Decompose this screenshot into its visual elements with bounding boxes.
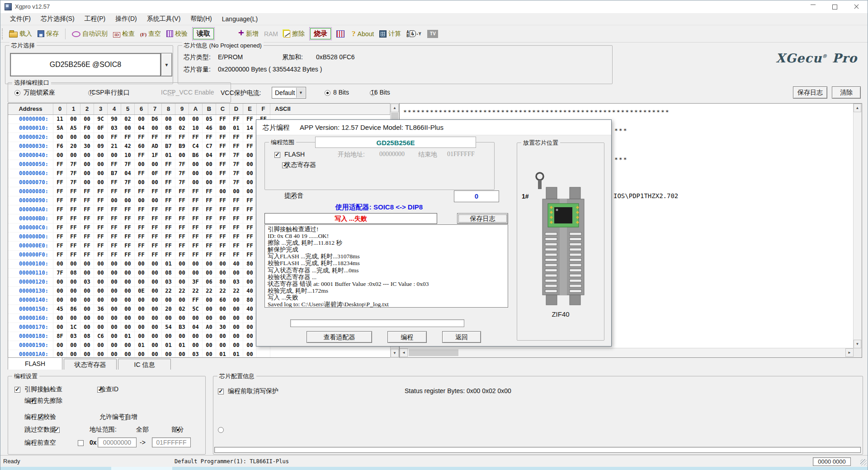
hex-cell[interactable]: FF [162, 242, 175, 250]
hex-cell[interactable]: 00 [94, 314, 108, 323]
hex-cell[interactable]: 7F [121, 160, 135, 169]
hex-cell[interactable]: 00 [148, 160, 162, 169]
hex-cell[interactable]: 00 [243, 350, 257, 358]
hex-cell[interactable]: 7F [175, 160, 189, 169]
hex-cell[interactable]: 00 [230, 305, 243, 313]
hex-cell[interactable]: 00 [148, 287, 162, 295]
hex-cell[interactable]: 00 [121, 305, 135, 313]
hex-cell[interactable]: 3F [189, 278, 203, 286]
flash-checkbox[interactable] [274, 152, 280, 158]
hex-cell[interactable]: 7F [230, 160, 243, 169]
clear-button-top[interactable]: 清除 [832, 86, 861, 99]
hex-cell[interactable]: 00 [80, 133, 94, 142]
hex-cell[interactable]: 00 [175, 260, 189, 268]
hex-cell[interactable]: FF [230, 196, 243, 205]
hex-cell[interactable]: FF [189, 223, 203, 232]
hex-cell[interactable]: 00 [53, 278, 67, 286]
hex-cell[interactable]: B7 [162, 142, 175, 151]
hex-cell[interactable]: 00 [94, 151, 108, 160]
hex-cell[interactable]: 01 [162, 341, 175, 350]
hex-cell[interactable]: 04 [203, 151, 216, 160]
hex-cell[interactable]: FF [189, 233, 203, 241]
return-button[interactable]: 返回 [442, 331, 481, 343]
hex-cell[interactable]: 00 [94, 269, 108, 277]
hex-cell[interactable]: 00 [80, 260, 94, 268]
hex-cell[interactable]: 00 [203, 332, 216, 341]
hex-cell[interactable]: 00 [175, 296, 189, 304]
hex-cell[interactable]: FF [108, 223, 121, 232]
pin-check-checkbox[interactable] [14, 387, 20, 393]
hex-cell[interactable]: 00 [175, 269, 189, 277]
hex-cell[interactable]: 00 [121, 269, 135, 277]
hex-cell[interactable]: 00 [135, 305, 148, 313]
hex-cell[interactable]: FF [135, 214, 148, 223]
hex-cell[interactable]: 00 [148, 350, 162, 358]
hex-cell[interactable]: FF [230, 233, 243, 241]
hex-cell[interactable]: FF [135, 133, 148, 142]
hex-cell[interactable]: 00 [243, 314, 257, 323]
hex-cell[interactable]: 14 [243, 124, 257, 133]
hex-cell[interactable]: 00 [135, 332, 148, 341]
hex-cell[interactable]: FF [230, 115, 243, 123]
menu-item[interactable]: 文件(F) [5, 14, 36, 24]
hex-cell[interactable]: 00 [216, 269, 230, 277]
hex-cell[interactable]: A5 [67, 124, 80, 133]
hex-cell[interactable]: FF [108, 187, 121, 196]
hex-cell[interactable]: FF [94, 223, 108, 232]
hex-cell[interactable]: 06 [203, 278, 216, 286]
toolbar-button[interactable]: 新增 [236, 28, 261, 39]
hex-cell[interactable]: FF [203, 187, 216, 196]
hex-cell[interactable]: FF [162, 160, 175, 169]
hex-cell[interactable]: 08 [162, 269, 175, 277]
minimize-button[interactable] [802, 0, 823, 13]
hex-cell[interactable]: FF [243, 115, 257, 123]
hex-cell[interactable]: FF [189, 187, 203, 196]
scroll-left-icon[interactable]: ◄ [400, 348, 408, 357]
hex-cell[interactable]: FF [216, 233, 230, 241]
hex-cell[interactable]: 01 [162, 260, 175, 268]
hex-cell[interactable]: 00 [203, 314, 216, 323]
hex-cell[interactable]: FF [80, 214, 94, 223]
hex-cell[interactable]: 00 [67, 260, 80, 268]
hex-cell[interactable]: FF [216, 160, 230, 169]
hex-cell[interactable]: 01 [230, 350, 243, 358]
hex-cell[interactable]: 00 [135, 278, 148, 286]
hex-cell[interactable]: 00 [80, 341, 94, 350]
hex-cell[interactable]: FF [148, 233, 162, 241]
hex-cell[interactable]: FF [53, 178, 67, 187]
hex-cell[interactable]: 00 [121, 323, 135, 332]
toolbar-button[interactable]: 校验 [164, 28, 190, 39]
menu-item[interactable]: 操作(D) [110, 14, 142, 24]
hex-cell[interactable]: 22 [175, 287, 189, 295]
hex-cell[interactable]: 00 [175, 278, 189, 286]
hex-cell[interactable]: 00 [135, 196, 148, 205]
hex-cell[interactable]: 00 [94, 341, 108, 350]
hex-cell[interactable]: 00 [135, 323, 148, 332]
hex-cell[interactable]: FF [175, 223, 189, 232]
hex-cell[interactable]: F0 [80, 124, 94, 133]
hex-cell[interactable]: 7F [230, 178, 243, 187]
hex-cell[interactable]: 00 [175, 350, 189, 358]
hex-cell[interactable]: 22 [189, 287, 203, 295]
hex-cell[interactable]: 00 [148, 260, 162, 268]
hex-cell[interactable]: FF [121, 242, 135, 250]
hex-cell[interactable]: FF [108, 214, 121, 223]
menu-item[interactable]: 芯片选择(S) [36, 14, 80, 24]
hex-cell[interactable]: FF [80, 205, 94, 214]
hex-cell[interactable]: 00 [121, 124, 135, 133]
tab-ic-info[interactable]: IC 信息 [118, 359, 171, 370]
hex-cell[interactable]: FF [53, 160, 67, 169]
close-button[interactable] [846, 0, 867, 13]
hex-cell[interactable]: 00 [94, 323, 108, 332]
hex-cell[interactable]: FF [53, 205, 67, 214]
hex-cell[interactable]: FF [121, 233, 135, 241]
hex-cell[interactable]: FF [67, 233, 80, 241]
hex-cell[interactable]: FF [94, 205, 108, 214]
hex-cell[interactable]: 00 [108, 314, 121, 323]
hex-cell[interactable]: FF [216, 196, 230, 205]
hex-cell[interactable]: 00 [230, 269, 243, 277]
program-button[interactable]: 编程 [387, 331, 427, 343]
toolbar-button[interactable] [334, 29, 349, 39]
hex-cell[interactable]: 00 [148, 269, 162, 277]
hex-cell[interactable]: 00 [243, 323, 257, 332]
